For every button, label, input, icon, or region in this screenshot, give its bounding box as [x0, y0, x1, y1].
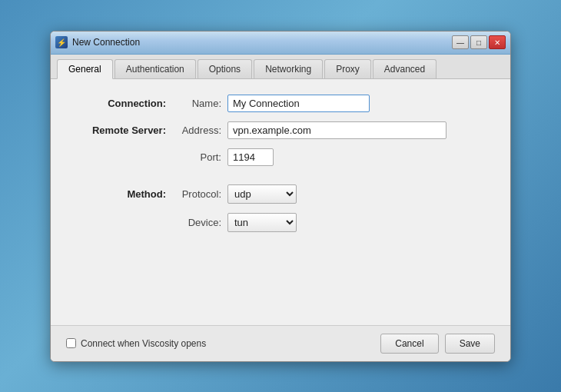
autoconnect-label: Connect when Viscosity opens: [81, 338, 206, 349]
main-window: ⚡ New Connection — □ ✕ General Authentic…: [50, 31, 511, 362]
cancel-button[interactable]: Cancel: [380, 334, 438, 354]
window-icon: ⚡: [55, 36, 68, 48]
remote-server-label: Remote Server:: [74, 125, 174, 136]
port-row: Port:: [74, 148, 487, 166]
name-field-label: Name:: [174, 98, 227, 109]
device-field-label: Device:: [174, 217, 227, 228]
autoconnect-row: Connect when Viscosity opens: [66, 338, 206, 349]
tab-advanced[interactable]: Advanced: [373, 59, 437, 78]
device-row: Device: tun tap: [74, 213, 487, 232]
tab-options[interactable]: Options: [198, 59, 252, 78]
maximize-button[interactable]: □: [470, 35, 487, 49]
window-title: New Connection: [72, 37, 140, 48]
method-label: Method:: [74, 188, 174, 200]
tab-proxy[interactable]: Proxy: [324, 59, 371, 78]
tab-authentication[interactable]: Authentication: [115, 59, 196, 78]
title-bar-left: ⚡ New Connection: [55, 36, 140, 48]
title-bar: ⚡ New Connection — □ ✕: [51, 32, 510, 55]
bottom-bar: Connect when Viscosity opens Cancel Save: [51, 325, 510, 361]
device-select[interactable]: tun tap: [227, 213, 297, 232]
address-field-label: Address:: [174, 125, 227, 136]
protocol-select[interactable]: udp tcp: [227, 184, 297, 204]
tab-networking[interactable]: Networking: [254, 59, 323, 78]
form-content: Connection: Name: Remote Server: Address…: [51, 79, 510, 325]
connection-row: Connection: Name:: [74, 95, 487, 112]
save-button[interactable]: Save: [445, 334, 495, 354]
tabs-bar: General Authentication Options Networkin…: [51, 55, 510, 79]
close-button[interactable]: ✕: [489, 35, 506, 49]
name-input[interactable]: [227, 95, 370, 112]
protocol-row: Method: Protocol: udp tcp: [74, 184, 487, 204]
connection-section-label: Connection:: [74, 98, 174, 109]
tab-general[interactable]: General: [57, 59, 113, 79]
title-bar-buttons: — □ ✕: [452, 35, 506, 49]
autoconnect-checkbox[interactable]: [66, 338, 76, 348]
protocol-field-label: Protocol:: [174, 188, 227, 200]
action-buttons: Cancel Save: [380, 334, 495, 354]
port-field-label: Port:: [174, 151, 227, 163]
address-input[interactable]: [227, 121, 446, 139]
port-input[interactable]: [227, 148, 274, 166]
remote-server-row: Remote Server: Address:: [74, 121, 487, 139]
minimize-button[interactable]: —: [452, 35, 469, 49]
